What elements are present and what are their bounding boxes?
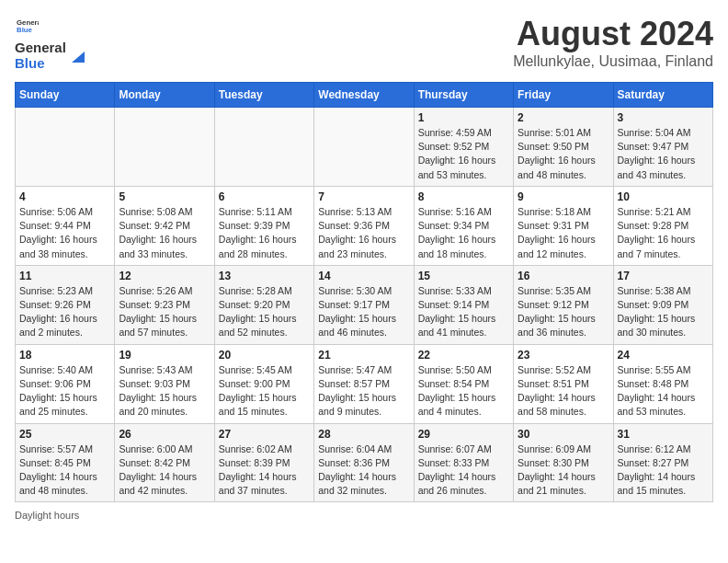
day-info: Sunrise: 4:59 AM Sunset: 9:52 PM Dayligh… <box>418 126 509 182</box>
calendar-cell: 10Sunrise: 5:21 AM Sunset: 9:28 PM Dayli… <box>613 186 712 265</box>
calendar-week-row: 4Sunrise: 5:06 AM Sunset: 9:44 PM Daylig… <box>16 186 713 265</box>
day-number: 27 <box>219 428 310 441</box>
calendar-cell: 27Sunrise: 6:02 AM Sunset: 8:39 PM Dayli… <box>214 423 313 502</box>
weekday-header-sunday: Sunday <box>16 83 115 108</box>
day-info: Sunrise: 5:08 AM Sunset: 9:42 PM Dayligh… <box>119 205 210 261</box>
day-info: Sunrise: 6:12 AM Sunset: 8:27 PM Dayligh… <box>618 442 709 499</box>
calendar-cell: 29Sunrise: 6:07 AM Sunset: 8:33 PM Dayli… <box>414 423 513 502</box>
calendar-cell: 20Sunrise: 5:45 AM Sunset: 9:00 PM Dayli… <box>214 344 313 423</box>
day-info: Sunrise: 5:26 AM Sunset: 9:23 PM Dayligh… <box>119 284 210 340</box>
calendar-cell: 5Sunrise: 5:08 AM Sunset: 9:42 PM Daylig… <box>115 186 214 265</box>
day-info: Sunrise: 6:04 AM Sunset: 8:36 PM Dayligh… <box>318 442 409 499</box>
logo-line1: General <box>15 40 66 56</box>
calendar-cell <box>16 108 115 187</box>
calendar-cell: 19Sunrise: 5:43 AM Sunset: 9:03 PM Dayli… <box>115 344 214 423</box>
day-number: 8 <box>418 190 509 203</box>
logo-triangle-icon <box>68 48 85 64</box>
day-info: Sunrise: 5:06 AM Sunset: 9:44 PM Dayligh… <box>19 205 110 261</box>
day-info: Sunrise: 5:57 AM Sunset: 8:45 PM Dayligh… <box>19 442 110 499</box>
logo-icon: General Blue <box>17 15 39 37</box>
day-number: 26 <box>119 428 210 441</box>
day-number: 20 <box>219 349 310 362</box>
day-number: 21 <box>318 349 409 362</box>
day-number: 31 <box>618 428 709 441</box>
day-info: Sunrise: 6:00 AM Sunset: 8:42 PM Dayligh… <box>119 442 210 499</box>
day-number: 9 <box>518 190 609 203</box>
day-number: 19 <box>119 349 210 362</box>
calendar-cell: 16Sunrise: 5:35 AM Sunset: 9:12 PM Dayli… <box>514 265 613 344</box>
weekday-header-wednesday: Wednesday <box>314 83 414 108</box>
calendar-cell: 8Sunrise: 5:16 AM Sunset: 9:34 PM Daylig… <box>414 186 513 265</box>
location-subtitle: Mellunkylae, Uusimaa, Finland <box>513 53 713 70</box>
logo: General Blue General Blue <box>15 15 85 71</box>
calendar-cell: 25Sunrise: 5:57 AM Sunset: 8:45 PM Dayli… <box>16 423 115 502</box>
day-number: 4 <box>19 190 110 203</box>
day-info: Sunrise: 5:45 AM Sunset: 9:00 PM Dayligh… <box>219 363 310 419</box>
day-info: Sunrise: 5:47 AM Sunset: 8:57 PM Dayligh… <box>318 363 409 419</box>
day-info: Sunrise: 5:52 AM Sunset: 8:51 PM Dayligh… <box>518 363 609 419</box>
day-info: Sunrise: 5:33 AM Sunset: 9:14 PM Dayligh… <box>418 284 509 340</box>
calendar-cell: 26Sunrise: 6:00 AM Sunset: 8:42 PM Dayli… <box>115 423 214 502</box>
day-number: 2 <box>518 111 609 124</box>
day-info: Sunrise: 5:28 AM Sunset: 9:20 PM Dayligh… <box>219 284 310 340</box>
calendar-cell: 30Sunrise: 6:09 AM Sunset: 8:30 PM Dayli… <box>514 423 613 502</box>
calendar-week-row: 11Sunrise: 5:23 AM Sunset: 9:26 PM Dayli… <box>16 265 713 344</box>
calendar-cell: 2Sunrise: 5:01 AM Sunset: 9:50 PM Daylig… <box>514 108 613 187</box>
day-info: Sunrise: 5:43 AM Sunset: 9:03 PM Dayligh… <box>119 363 210 419</box>
calendar-cell: 1Sunrise: 4:59 AM Sunset: 9:52 PM Daylig… <box>414 108 513 187</box>
day-info: Sunrise: 5:50 AM Sunset: 8:54 PM Dayligh… <box>418 363 509 419</box>
day-info: Sunrise: 5:40 AM Sunset: 9:06 PM Dayligh… <box>19 363 110 419</box>
day-number: 13 <box>219 270 310 282</box>
calendar-cell: 24Sunrise: 5:55 AM Sunset: 8:48 PM Dayli… <box>613 344 712 423</box>
day-info: Sunrise: 5:04 AM Sunset: 9:47 PM Dayligh… <box>618 126 709 182</box>
day-info: Sunrise: 5:18 AM Sunset: 9:31 PM Dayligh… <box>518 205 609 261</box>
day-number: 25 <box>19 428 110 441</box>
day-info: Sunrise: 5:16 AM Sunset: 9:34 PM Dayligh… <box>418 205 509 261</box>
weekday-header-saturday: Saturday <box>613 83 712 108</box>
calendar-cell: 15Sunrise: 5:33 AM Sunset: 9:14 PM Dayli… <box>414 265 513 344</box>
footer-note: Daylight hours <box>15 510 713 521</box>
calendar-cell <box>115 108 214 187</box>
calendar-cell: 13Sunrise: 5:28 AM Sunset: 9:20 PM Dayli… <box>214 265 313 344</box>
weekday-header-monday: Monday <box>115 83 214 108</box>
calendar-cell <box>314 108 414 187</box>
day-number: 6 <box>219 190 310 203</box>
day-number: 12 <box>119 270 210 282</box>
calendar-cell: 18Sunrise: 5:40 AM Sunset: 9:06 PM Dayli… <box>16 344 115 423</box>
calendar-cell: 11Sunrise: 5:23 AM Sunset: 9:26 PM Dayli… <box>16 265 115 344</box>
day-info: Sunrise: 5:11 AM Sunset: 9:39 PM Dayligh… <box>219 205 310 261</box>
calendar-cell: 23Sunrise: 5:52 AM Sunset: 8:51 PM Dayli… <box>514 344 613 423</box>
day-number: 3 <box>618 111 709 124</box>
calendar-cell: 31Sunrise: 6:12 AM Sunset: 8:27 PM Dayli… <box>613 423 712 502</box>
day-number: 11 <box>19 270 110 282</box>
day-info: Sunrise: 6:07 AM Sunset: 8:33 PM Dayligh… <box>418 442 509 499</box>
day-number: 18 <box>19 349 110 362</box>
day-number: 23 <box>518 349 609 362</box>
weekday-header-thursday: Thursday <box>414 83 513 108</box>
header: General Blue General Blue August 2024 Me… <box>15 15 713 71</box>
day-number: 16 <box>518 270 609 282</box>
calendar-week-row: 25Sunrise: 5:57 AM Sunset: 8:45 PM Dayli… <box>16 423 713 502</box>
day-info: Sunrise: 5:55 AM Sunset: 8:48 PM Dayligh… <box>618 363 709 419</box>
day-number: 14 <box>318 270 409 282</box>
day-number: 30 <box>518 428 609 441</box>
day-number: 15 <box>418 270 509 282</box>
svg-text:Blue: Blue <box>17 26 33 34</box>
weekday-header-friday: Friday <box>514 83 613 108</box>
logo-line2: Blue <box>15 56 66 72</box>
svg-marker-3 <box>72 52 85 63</box>
title-area: August 2024 Mellunkylae, Uusimaa, Finlan… <box>513 15 713 70</box>
calendar-cell: 3Sunrise: 5:04 AM Sunset: 9:47 PM Daylig… <box>613 108 712 187</box>
day-number: 24 <box>618 349 709 362</box>
day-number: 29 <box>418 428 509 441</box>
day-number: 28 <box>318 428 409 441</box>
day-info: Sunrise: 5:38 AM Sunset: 9:09 PM Dayligh… <box>618 284 709 340</box>
day-number: 5 <box>119 190 210 203</box>
day-info: Sunrise: 5:35 AM Sunset: 9:12 PM Dayligh… <box>518 284 609 340</box>
calendar-cell: 21Sunrise: 5:47 AM Sunset: 8:57 PM Dayli… <box>314 344 414 423</box>
calendar-cell: 17Sunrise: 5:38 AM Sunset: 9:09 PM Dayli… <box>613 265 712 344</box>
day-info: Sunrise: 5:23 AM Sunset: 9:26 PM Dayligh… <box>19 284 110 340</box>
day-info: Sunrise: 5:30 AM Sunset: 9:17 PM Dayligh… <box>318 284 409 340</box>
calendar-cell: 28Sunrise: 6:04 AM Sunset: 8:36 PM Dayli… <box>314 423 414 502</box>
calendar-cell: 9Sunrise: 5:18 AM Sunset: 9:31 PM Daylig… <box>514 186 613 265</box>
